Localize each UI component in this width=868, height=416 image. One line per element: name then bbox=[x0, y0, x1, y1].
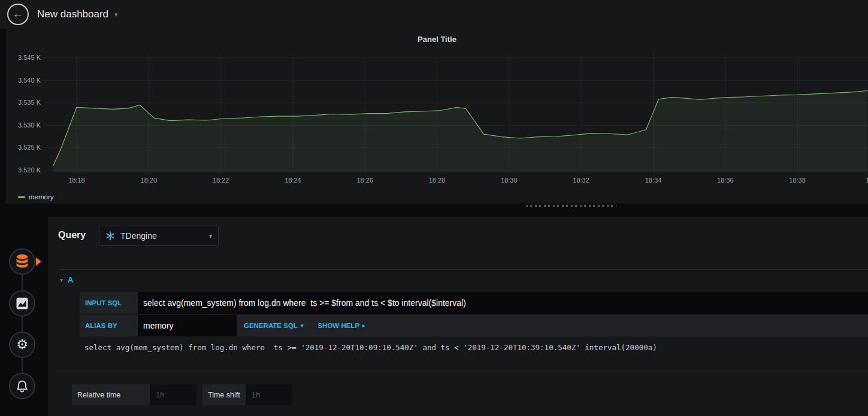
relative-time-field[interactable] bbox=[150, 384, 196, 405]
input-sql-label: INPUT SQL bbox=[80, 292, 138, 314]
alias-row-actions: GENERATE SQL ▾ SHOW HELP ▸ bbox=[237, 315, 868, 336]
grafana-panel-edit-page: ← New dashboard ▾ 3.545 K3.540 K3.535 K3… bbox=[0, 0, 868, 416]
svg-text:18:26: 18:26 bbox=[356, 177, 373, 184]
datasource-name: TDengine bbox=[120, 231, 157, 241]
show-help-caret-icon: ▸ bbox=[362, 323, 365, 329]
arrow-left-icon: ← bbox=[13, 8, 23, 20]
svg-text:18:24: 18:24 bbox=[285, 177, 301, 184]
generated-sql-text: select avg(mem_system) from log.dn where… bbox=[84, 343, 657, 352]
alias-by-row: ALIAS BY GENERATE SQL ▾ SHOW HELP ▸ bbox=[80, 315, 868, 336]
time-shift-label: Time shift bbox=[202, 384, 246, 405]
legend-label: memory bbox=[29, 193, 54, 201]
svg-text:18:36: 18:36 bbox=[717, 177, 734, 184]
graph-legend: memory bbox=[18, 193, 54, 201]
svg-text:18:34: 18:34 bbox=[645, 177, 662, 184]
tab-general[interactable]: ⚙ bbox=[9, 332, 35, 358]
gear-icon: ⚙ bbox=[16, 338, 28, 351]
svg-text:18:20: 18:20 bbox=[141, 177, 158, 184]
svg-text:18:38: 18:38 bbox=[789, 177, 806, 184]
generate-sql-caret-icon: ▾ bbox=[301, 323, 304, 329]
dashboard-title: New dashboard bbox=[37, 8, 108, 20]
relative-time-label: Relative time bbox=[72, 384, 150, 405]
panel-title[interactable]: Panel Title bbox=[6, 35, 868, 44]
svg-text:3.545 K: 3.545 K bbox=[18, 54, 41, 61]
dashboard-title-caret-icon[interactable]: ▾ bbox=[114, 11, 118, 19]
top-navbar: ← New dashboard ▾ bbox=[0, 0, 868, 29]
alias-by-field[interactable] bbox=[138, 315, 237, 336]
query-ref-id: A bbox=[68, 275, 73, 284]
svg-text:3.530 K: 3.530 K bbox=[18, 122, 41, 129]
back-button[interactable]: ← bbox=[7, 4, 29, 25]
query-row-header[interactable]: ▾ A bbox=[60, 275, 73, 284]
tab-alert[interactable] bbox=[9, 373, 35, 399]
svg-text:3.520 K: 3.520 K bbox=[18, 166, 41, 174]
options-divider bbox=[58, 371, 868, 372]
database-icon bbox=[15, 254, 29, 269]
bell-icon bbox=[16, 379, 29, 393]
tdengine-logo-icon bbox=[105, 231, 115, 241]
svg-text:3.535 K: 3.535 K bbox=[18, 99, 41, 106]
generate-sql-label: GENERATE SQL bbox=[244, 322, 298, 329]
time-series-graph[interactable]: 3.545 K3.540 K3.535 K3.530 K3.525 K3.520… bbox=[6, 29, 868, 187]
datasource-caret-icon: ▾ bbox=[209, 233, 212, 239]
svg-text:3.525 K: 3.525 K bbox=[18, 144, 41, 151]
svg-text:18:22: 18:22 bbox=[213, 177, 229, 184]
spacer bbox=[196, 384, 202, 405]
input-sql-row: INPUT SQL bbox=[80, 292, 868, 314]
legend-color-swatch bbox=[18, 196, 25, 198]
svg-text:3.540 K: 3.540 K bbox=[18, 77, 41, 84]
svg-text:18:18: 18:18 bbox=[68, 177, 85, 184]
tab-queries[interactable] bbox=[9, 248, 35, 275]
collapse-caret-icon: ▾ bbox=[60, 277, 63, 283]
datasource-picker[interactable]: TDengine ▾ bbox=[99, 226, 219, 246]
time-shift-field[interactable] bbox=[246, 384, 292, 405]
horizontal-scrollbar[interactable] bbox=[526, 205, 616, 207]
tab-connector-line bbox=[22, 262, 23, 386]
chart-icon bbox=[16, 297, 29, 310]
active-tab-arrow-icon bbox=[36, 257, 41, 266]
generate-sql-button[interactable]: GENERATE SQL ▾ bbox=[237, 315, 310, 336]
graph-panel: 3.545 K3.540 K3.535 K3.530 K3.525 K3.520… bbox=[6, 29, 868, 204]
alias-by-label: ALIAS BY bbox=[80, 315, 138, 336]
time-options-row: Relative time Time shift bbox=[72, 384, 292, 405]
query-editor-section: Query TDengine ▾ ▾ A INPUT SQL ALIAS BY … bbox=[48, 217, 868, 416]
legend-item-memory[interactable]: memory bbox=[18, 193, 54, 201]
svg-text:18:30: 18:30 bbox=[501, 177, 518, 184]
show-help-label: SHOW HELP bbox=[317, 322, 359, 329]
tab-visualization[interactable] bbox=[9, 290, 35, 317]
query-section-title: Query bbox=[58, 230, 86, 241]
svg-text:18: 18 bbox=[866, 177, 868, 184]
query-divider bbox=[58, 269, 868, 270]
svg-text:18:28: 18:28 bbox=[429, 177, 446, 184]
show-help-button[interactable]: SHOW HELP ▸ bbox=[310, 315, 372, 336]
input-sql-field[interactable] bbox=[138, 292, 868, 314]
svg-text:18:32: 18:32 bbox=[573, 177, 589, 184]
